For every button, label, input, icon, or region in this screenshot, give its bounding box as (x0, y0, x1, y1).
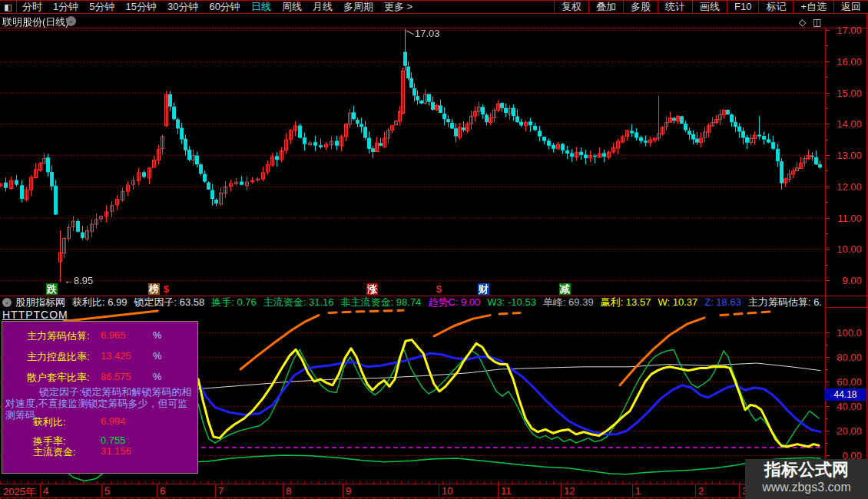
menu-item-7[interactable]: 周线 (277, 0, 307, 14)
ind-tick (826, 382, 830, 382)
metric-value: 86.575 (101, 371, 131, 382)
diamond-icon[interactable]: ◇ (799, 17, 806, 28)
ind-tick (826, 406, 830, 407)
price-tick (826, 30, 830, 31)
month-divider (215, 484, 216, 497)
signal-badge-减: 减 (559, 283, 571, 295)
top-menu-bar: ◧ 分时1分钟5分钟15分钟30分钟60分钟日线周线月线多周期更多 > 复权叠加… (0, 0, 868, 14)
signal-badge-财: 财 (478, 283, 489, 295)
ind-minor-tick (826, 418, 828, 419)
price-minor-tick (826, 202, 828, 203)
month-divider (283, 484, 283, 497)
indicator-stat-0: 获利比: 6.99 (72, 296, 128, 308)
ind-minor-tick (826, 369, 828, 370)
month-divider (157, 484, 157, 497)
window-split-icon[interactable]: ◧ (0, 1, 17, 13)
month-label-9: 9 (346, 485, 351, 497)
stat-value: 31.156 (101, 445, 131, 457)
period-menu: 分时1分钟5分钟15分钟30分钟60分钟日线周线月线多周期更多 > (17, 0, 418, 14)
chevron-down-icon[interactable]: ⌄ (66, 16, 76, 26)
stat-label: 获利比: (33, 415, 66, 429)
action-item-5[interactable]: F10 (727, 1, 758, 13)
month-label-7: 7 (218, 485, 224, 497)
low-price-annotation: ←8.95 (64, 275, 93, 286)
menu-item-0[interactable]: 分时 (17, 0, 48, 14)
ind-tick (826, 357, 830, 358)
menu-item-5[interactable]: 60分钟 (204, 0, 245, 14)
price-label-15.00: 15.00 (828, 88, 862, 99)
metric-label: 主力筹码估算: (27, 329, 90, 343)
split-square-icon[interactable]: ◫ (813, 17, 821, 28)
stat-row: 获利比:6.994 (2, 415, 197, 428)
indicator-stat-7: 单峰: 69.39 (543, 296, 594, 308)
metric-value: 6.965 (101, 329, 126, 341)
metric-unit: % (153, 329, 162, 341)
ind-label-40.00: 40.00 (828, 401, 862, 412)
action-item-4[interactable]: 画线 (692, 1, 727, 13)
price-minor-tick (826, 140, 828, 140)
ind-label-20.00: 20.00 (828, 425, 862, 437)
action-item-8[interactable]: 返回 (833, 1, 868, 13)
stat-row: 主流资金:31.156 (2, 445, 197, 458)
action-item-1[interactable]: 叠加 (588, 1, 623, 13)
stock-title: 联明股份(日线) (2, 15, 69, 29)
indicator-name[interactable]: 股朋指标网 (15, 296, 65, 308)
indicator-stat-11: 主力筹码估算: 6.97 (748, 296, 822, 308)
indicator-stat-4: 非主流资金: 98.74 (341, 296, 422, 308)
signal-badge-榜: 榜 (148, 283, 160, 295)
metric-label: 主力控盘比率: (27, 350, 90, 364)
action-item-6[interactable]: 标记 (758, 1, 793, 13)
menu-item-8[interactable]: 月线 (307, 0, 338, 14)
indicator-stat-5: 趋势C: 9.00 (428, 296, 480, 308)
indicator-tooltip-box: 主力筹码估算:6.965%主力控盘比率:13.425%散户套牢比率:86.575… (2, 321, 198, 474)
month-divider (439, 484, 439, 497)
month-divider (695, 484, 696, 497)
action-item-7[interactable]: +自选 (793, 1, 833, 13)
metric-unit: % (153, 350, 162, 362)
collapse-chevron-icon[interactable]: ⌄ (2, 298, 12, 307)
stat-label: 主流资金: (33, 445, 76, 459)
signal-badge-跌: 跌 (46, 283, 58, 295)
ind-tick (826, 431, 830, 431)
stat-value: 0.755 (101, 435, 126, 446)
price-tick (826, 124, 830, 124)
metric-row: 散户套牢比率:86.575% (2, 371, 197, 383)
indicator-stat-3: 主流资金: 31.16 (263, 296, 334, 308)
indicator-stat-8: 赢利: 13.57 (601, 296, 651, 308)
action-menu: 复权叠加多股统计画线F10标记+自选返回 (554, 1, 868, 13)
indicator-stat-10: Z: 18.63 (704, 296, 741, 308)
month-label-10: 10 (442, 485, 452, 497)
menu-item-2[interactable]: 5分钟 (84, 0, 120, 14)
price-minor-tick (826, 265, 828, 266)
action-item-2[interactable]: 多股 (623, 1, 658, 13)
ind-minor-tick (826, 443, 828, 444)
candlestick-chart-canvas[interactable] (0, 28, 822, 296)
stat-value: 6.994 (101, 415, 126, 427)
month-label-12: 12 (564, 485, 575, 497)
price-label-12.00: 12.00 (828, 181, 862, 193)
metric-row: 主力筹码估算:6.965% (2, 329, 197, 342)
month-label-5: 5 (104, 485, 110, 497)
month-divider (561, 484, 562, 497)
indicator-stat-6: W3: -10.53 (487, 296, 536, 308)
watermark-url: www.zbgs3.com (745, 481, 868, 494)
price-label-13.00: 13.00 (828, 150, 862, 161)
menu-item-9[interactable]: 多周期 (338, 0, 379, 14)
date-axis: 2025年 456789101112123 (0, 484, 868, 497)
month-divider (40, 484, 41, 497)
action-item-3[interactable]: 统计 (658, 1, 692, 13)
month-label-6: 6 (160, 485, 165, 497)
indicator-stat-1: 锁定因子: 63.58 (134, 296, 205, 308)
menu-item-6[interactable]: 日线 (246, 0, 277, 14)
month-label-8: 8 (286, 485, 291, 497)
menu-item-3[interactable]: 15分钟 (120, 0, 161, 14)
month-label-11: 11 (501, 485, 512, 497)
action-item-0[interactable]: 复权 (554, 1, 588, 13)
menu-item-1[interactable]: 1分钟 (48, 0, 84, 14)
menu-item-10[interactable]: 更多 > (379, 0, 418, 14)
month-divider (498, 484, 499, 497)
price-minor-tick (826, 77, 828, 78)
price-minor-tick (826, 108, 828, 109)
menu-item-4[interactable]: 30分钟 (162, 0, 204, 14)
price-tick (826, 280, 830, 281)
